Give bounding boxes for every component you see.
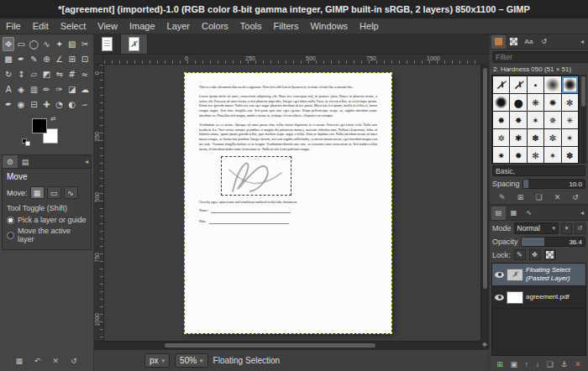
tool-paths-button[interactable]: ✒ (15, 52, 27, 66)
delete-layer-icon[interactable]: ✕ (575, 360, 581, 368)
brush-thumb-clipboard[interactable]: ✗ (510, 76, 526, 93)
save-tool-preset-icon[interactable]: ▦ (13, 357, 25, 365)
move-path-toggle[interactable]: ∿ (64, 186, 78, 199)
tool-color-picker-button[interactable]: ✎ (28, 52, 39, 66)
dock-menu-icon[interactable] (578, 38, 586, 45)
spacing-slider[interactable]: 10.0 (522, 179, 585, 189)
menu-help[interactable]: Help (354, 18, 385, 34)
brush-grid-scrollbar[interactable] (580, 75, 586, 164)
tool-paintbrush-button[interactable]: ✑ (54, 82, 66, 97)
vertical-scrollbar-thumb[interactable] (483, 68, 487, 289)
brush-thumb[interactable]: ✹ (493, 112, 509, 128)
tool-eraser-button[interactable]: ◪ (66, 82, 78, 97)
restore-tool-preset-icon[interactable]: ↶ (32, 357, 44, 365)
brush-thumb[interactable]: ✼ (544, 129, 560, 146)
brush-filter-input[interactable] (492, 51, 588, 63)
tool-ellipse-select-button[interactable]: ◯ (28, 37, 39, 51)
menu-layer[interactable]: Layer (161, 18, 197, 34)
new-layer-icon[interactable]: ⊞ (496, 360, 503, 368)
tool-pencil-button[interactable]: ✏ (40, 82, 52, 97)
brush-thumb[interactable]: ✹ (510, 147, 526, 164)
device-status-tab[interactable]: ▤ (18, 155, 33, 168)
lower-layer-icon[interactable]: ↓ (536, 360, 540, 368)
anchor-layer-icon[interactable]: ⚓ (560, 360, 567, 368)
document-page[interactable]: This is a fake document that needs a sig… (185, 73, 391, 333)
swap-colors-icon[interactable]: ⇄ (50, 115, 56, 123)
tool-options-tab[interactable]: ⚙ (3, 155, 18, 168)
layers-tab[interactable]: ▤ (491, 206, 506, 220)
tool-warp-button[interactable]: ≈ (79, 67, 91, 81)
visibility-eye-icon[interactable] (495, 295, 504, 300)
move-layer-toggle[interactable]: ▦ (30, 186, 45, 199)
menu-filters[interactable]: Filters (268, 18, 305, 34)
tool-select-by-color-button[interactable]: ▧ (66, 37, 78, 51)
image-tab-signature[interactable]: ✗ (121, 34, 148, 54)
mode-group-switch-button[interactable]: ▾ (561, 223, 572, 234)
brush-thumb[interactable]: ✻ (562, 94, 578, 111)
move-selection-toggle[interactable]: ▭ (47, 186, 61, 199)
tool-heal-button[interactable]: ✚ (40, 97, 52, 112)
patterns-tab[interactable] (507, 35, 521, 49)
brush-thumb-hardness-100[interactable]: ● (510, 94, 526, 111)
menu-colors[interactable]: Colors (196, 18, 234, 34)
horizontal-ruler[interactable]: 0 250 500 750 1000 (104, 55, 480, 65)
tool-measure-button[interactable]: ∠ (54, 52, 66, 66)
tool-perspective-clone-button[interactable]: ◔ (54, 97, 66, 112)
brush-thumb[interactable]: ✶ (528, 112, 543, 128)
tool-flip-button[interactable]: ⇋ (54, 67, 66, 81)
layer-mode-select[interactable]: Normal (514, 222, 559, 234)
canvas-viewport[interactable]: This is a fake document that needs a sig… (104, 65, 480, 341)
brush-thumb[interactable]: ✳ (562, 112, 578, 128)
tool-ink-button[interactable]: ✒ (3, 97, 14, 112)
brush-thumb-hardness-050-selected[interactable] (562, 76, 578, 93)
brush-thumb[interactable]: ✲ (493, 129, 509, 146)
tool-unified-transform-button[interactable]: ⊡ (79, 52, 91, 66)
foreground-color-swatch[interactable] (32, 118, 47, 133)
brush-thumb[interactable]: ✵ (544, 112, 560, 128)
unit-select[interactable]: px (144, 353, 170, 368)
menu-windows[interactable]: Windows (304, 18, 354, 34)
tool-perspective-button[interactable]: ◩ (40, 67, 52, 81)
zoom-select[interactable]: 50% (175, 353, 208, 368)
tool-move-button[interactable]: ✥ (3, 37, 14, 51)
lock-pixels-button[interactable]: ✎ (514, 249, 526, 260)
tool-text-button[interactable]: A (3, 82, 14, 97)
menu-edit[interactable]: Edit (27, 18, 55, 34)
menu-view[interactable]: View (92, 18, 123, 34)
brush-thumb[interactable]: ✸ (510, 112, 526, 128)
tool-crop-button[interactable]: ⊞ (66, 52, 78, 66)
brush-thumb-hardness-075[interactable] (493, 94, 509, 111)
brush-thumb[interactable]: ✶ (544, 147, 560, 164)
pick-layer-option[interactable]: Pick a layer or guide (7, 216, 87, 224)
floating-selection-marquee[interactable] (221, 156, 291, 196)
tool-blur-sharpen-button[interactable]: ◐ (66, 97, 78, 112)
brushes-tab[interactable] (491, 35, 506, 49)
document-history-tab[interactable]: ↺ (537, 35, 551, 49)
delete-tool-preset-icon[interactable]: ✕ (50, 357, 61, 365)
brush-thumb[interactable]: ❋ (528, 94, 543, 111)
layer-row-floating-selection[interactable]: ✗ Floating Select (Pasted Layer) (492, 264, 585, 286)
channels-tab[interactable]: ▦ (507, 206, 521, 220)
edit-brush-icon[interactable]: ✎ (499, 193, 506, 201)
vertical-scrollbar[interactable] (480, 65, 489, 341)
tool-shear-button[interactable]: ▱ (28, 67, 39, 81)
raise-layer-icon[interactable]: ↑ (525, 360, 529, 368)
tool-clone-button[interactable]: ⊟ (28, 97, 39, 112)
tool-rectangle-select-button[interactable]: ▭ (15, 37, 27, 51)
default-colors-icon[interactable] (22, 137, 34, 147)
paths-tab[interactable]: ∿ (522, 206, 536, 220)
dock-menu-icon[interactable] (82, 158, 91, 165)
menu-image[interactable]: Image (123, 18, 161, 34)
opacity-slider[interactable]: 36.4 (521, 237, 585, 247)
tool-scale-button[interactable]: ↕ (15, 67, 27, 81)
brush-thumb-clipboard[interactable]: ✗ (493, 76, 509, 93)
new-brush-icon[interactable]: ⊞ (517, 193, 524, 201)
tool-free-select-button[interactable]: ∿ (40, 37, 52, 51)
brush-thumb-pixel[interactable]: ▪ (528, 76, 543, 93)
tool-mypaint-brush-button[interactable]: ◉ (15, 97, 27, 112)
lock-alpha-button[interactable] (544, 249, 556, 260)
tool-zoom-button[interactable]: ⊕ (40, 52, 52, 66)
mode-reset-button[interactable]: ↺ (575, 223, 585, 234)
tool-scissors-button[interactable]: ✂ (79, 37, 91, 51)
vertical-ruler[interactable]: 0 250 500 750 1000 (94, 65, 104, 341)
